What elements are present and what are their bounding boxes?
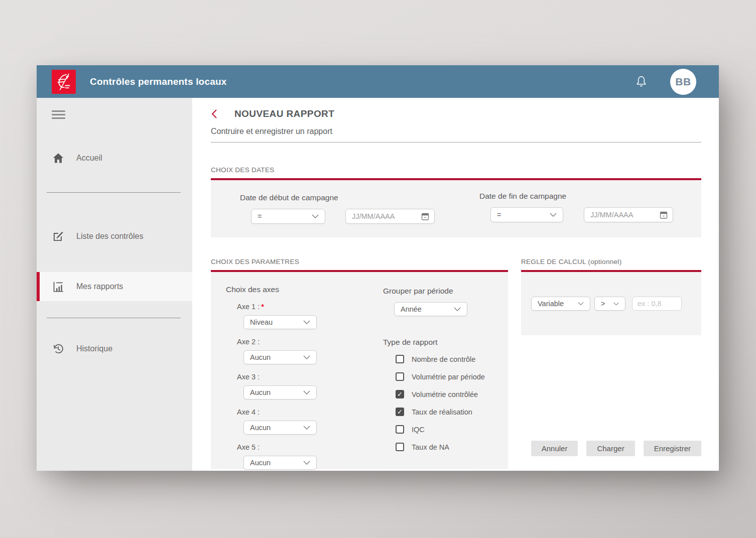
select-value: Aucun — [250, 388, 271, 396]
home-icon — [52, 152, 65, 165]
checkbox-volumetrie-controlee[interactable]: ✓ Volumétrie contrôlée — [396, 390, 508, 398]
axis-1-group: Axe 1 :* Niveau — [237, 303, 383, 329]
form-actions: Annuler Charger Enregistrer — [521, 441, 701, 456]
end-date-group: Date de fin de campagne = — [479, 192, 673, 237]
checkbox-box[interactable]: ✓ — [396, 355, 404, 363]
chevron-down-icon — [454, 307, 461, 311]
notifications-bell-icon[interactable] — [635, 75, 648, 88]
start-date-field[interactable] — [345, 209, 435, 224]
sidebar-divider — [47, 192, 181, 193]
checkbox-iqc[interactable]: ✓ IQC — [396, 425, 508, 434]
save-button[interactable]: Enregistrer — [644, 441, 701, 456]
parameters-section: CHOIX DES PARAMETRES Choix des axes Axe … — [211, 258, 508, 469]
dates-section-title: CHOIX DES DATES — [211, 166, 701, 174]
back-arrow-icon[interactable] — [211, 109, 218, 119]
end-date-operator-select[interactable]: = — [490, 207, 563, 222]
end-date-input[interactable] — [590, 211, 657, 219]
axis-2-select[interactable]: Aucun — [243, 350, 317, 364]
checkbox-taux-de-na[interactable]: ✓ Taux de NA — [396, 443, 508, 451]
axis-1-label: Axe 1 :* — [237, 303, 383, 311]
cancel-button[interactable]: Annuler — [531, 441, 578, 456]
axis-5-select[interactable]: Aucun — [243, 456, 317, 470]
axis-4-group: Axe 4 : Aucun — [237, 408, 383, 435]
check-icon: ✓ — [397, 409, 403, 415]
sidebar-item-liste-des-controles[interactable]: Liste des contrôles — [37, 225, 192, 248]
chevron-down-icon — [303, 355, 310, 359]
checkbox-label: Volumétrie par période — [412, 373, 485, 381]
required-asterisk: * — [261, 303, 264, 311]
chevron-down-icon — [303, 426, 310, 430]
chevron-down-icon — [303, 320, 310, 324]
axis-4-label: Axe 4 : — [237, 408, 383, 416]
sidebar-item-label: Mes rapports — [76, 282, 123, 291]
checkbox-volumetrie-par-periode[interactable]: ✓ Volumétrie par période — [396, 372, 508, 381]
select-value: Aucun — [250, 353, 271, 361]
checkbox-box[interactable]: ✓ — [396, 372, 404, 381]
calc-variable-select[interactable]: Variable — [531, 297, 590, 311]
sidebar-item-label: Accueil — [76, 154, 102, 163]
load-button[interactable]: Charger — [586, 441, 635, 456]
axes-group-label: Choix des axes — [226, 285, 383, 294]
start-date-label: Date de début de campagne — [240, 193, 479, 202]
chevron-down-icon — [312, 214, 319, 218]
checkbox-label: Nombre de contrôle — [412, 355, 475, 363]
checkbox-box[interactable]: ✓ — [396, 425, 404, 434]
axis-3-group: Axe 3 : Aucun — [237, 373, 383, 399]
calendar-icon[interactable] — [660, 211, 668, 219]
edit-list-icon — [52, 230, 65, 243]
menu-hamburger-icon[interactable] — [52, 110, 65, 119]
sidebar-divider — [47, 318, 181, 318]
checkbox-label: Taux de NA — [412, 443, 449, 451]
group-by-period-label: Grouper par période — [383, 287, 508, 296]
group-by-period-select[interactable]: Année — [394, 302, 467, 316]
calc-threshold-field[interactable] — [632, 297, 682, 311]
axis-4-select[interactable]: Aucun — [243, 421, 317, 435]
axis-1-select[interactable]: Niveau — [243, 315, 317, 329]
select-value: = — [258, 212, 262, 220]
axis-2-group: Axe 2 : Aucun — [237, 338, 383, 364]
select-value: Aucun — [250, 424, 271, 432]
sidebar-item-historique[interactable]: Historique — [37, 337, 192, 360]
check-icon: ✓ — [397, 391, 403, 397]
parameters-section-title: CHOIX DES PARAMETRES — [211, 258, 508, 265]
select-value: Variable — [538, 300, 564, 308]
checkbox-taux-de-realisation[interactable]: ✓ Taux de réalisation — [396, 408, 508, 416]
calc-threshold-input[interactable] — [638, 300, 676, 308]
axis-2-label: Axe 2 : — [237, 338, 383, 346]
checkbox-box[interactable]: ✓ — [396, 408, 404, 416]
start-date-operator-select[interactable]: = — [251, 209, 325, 224]
chevron-down-icon — [303, 461, 310, 465]
start-date-input[interactable] — [352, 212, 418, 220]
select-value: = — [497, 211, 501, 219]
end-date-field[interactable] — [584, 207, 673, 222]
calendar-icon[interactable] — [421, 212, 429, 221]
user-avatar[interactable]: BB — [670, 69, 696, 95]
header-divider — [211, 142, 701, 143]
bank-logo[interactable] — [52, 70, 76, 94]
calc-operator-select[interactable]: > — [594, 297, 625, 311]
chevron-down-icon — [578, 302, 584, 306]
sidebar-item-mes-rapports[interactable]: Mes rapports — [37, 272, 192, 301]
checkbox-box[interactable]: ✓ — [396, 443, 404, 451]
axis-3-select[interactable]: Aucun — [243, 385, 317, 399]
chevron-down-icon — [550, 213, 557, 217]
start-date-group: Date de début de campagne = — [240, 193, 479, 237]
report-type-label: Type de rapport — [383, 338, 508, 347]
axis-3-label: Axe 3 : — [237, 373, 383, 381]
page-subtitle: Contruire et enregistrer un rapport — [211, 127, 701, 136]
checkbox-box[interactable]: ✓ — [396, 390, 404, 398]
checkbox-nombre-de-controle[interactable]: ✓ Nombre de contrôle — [396, 355, 508, 363]
app-window: Contrôles permanents locaux BB Accueil — [37, 65, 719, 471]
calc-rule-section-title: REGLE DE CALCUL (optionnel) — [521, 258, 701, 265]
sidebar-item-accueil[interactable]: Accueil — [37, 147, 192, 170]
top-header-bar: Contrôles permanents locaux BB — [37, 65, 719, 98]
dates-section: CHOIX DES DATES Date de début de campagn… — [211, 166, 701, 237]
checkbox-label: Volumétrie contrôlée — [412, 390, 478, 398]
main-content: NOUVEAU RAPPORT Contruire et enregistrer… — [192, 98, 719, 471]
page-title: NOUVEAU RAPPORT — [234, 108, 334, 119]
select-value: > — [601, 300, 605, 308]
checkbox-label: Taux de réalisation — [412, 408, 472, 416]
axis-5-label: Axe 5 : — [237, 443, 383, 451]
app-title: Contrôles permanents locaux — [90, 76, 227, 87]
end-date-label: Date de fin de campagne — [479, 192, 673, 201]
